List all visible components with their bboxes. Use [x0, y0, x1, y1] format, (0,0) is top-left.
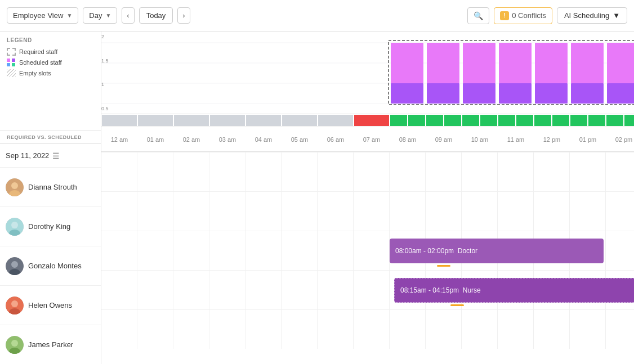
- shift-helen[interactable]: 08:15am - 04:15pm Nurse: [394, 278, 634, 303]
- slot-gonzalo-7: [354, 231, 390, 270]
- req-vs-sched-bar: [101, 114, 634, 127]
- slot-james-3: [209, 310, 245, 349]
- slot-james-6: [318, 310, 354, 349]
- conflicts-icon: !: [500, 11, 509, 20]
- slot-dorothy-12: [534, 192, 570, 231]
- slot-gonzalo-4: [245, 231, 282, 270]
- svg-rect-32: [427, 83, 459, 104]
- ai-scheduling-dropdown[interactable]: AI Scheduling ▼: [557, 7, 627, 24]
- conflicts-button[interactable]: ! 0 Conflicts: [494, 7, 552, 24]
- slot-dorothy-2: [173, 192, 209, 231]
- svg-point-4: [11, 222, 18, 228]
- slot-helen-5: [282, 271, 318, 309]
- time-12pm: 12 pm: [534, 136, 570, 143]
- emp-name-dianna: Dianna Strouth: [28, 183, 77, 191]
- legend-title: LEGEND: [7, 37, 94, 43]
- slot-dianna-13: [570, 152, 606, 191]
- slot-dorothy-4: [245, 192, 282, 231]
- search-button[interactable]: 🔍: [467, 7, 489, 24]
- chart-svg: [101, 32, 634, 114]
- req-vs-sched-text: REQUIRED VS. SCHEDULED: [7, 134, 82, 140]
- slot-dorothy-11: [498, 192, 534, 231]
- svg-rect-22: [499, 43, 532, 83]
- slot-james-7: [354, 310, 390, 349]
- slot-dianna-0: [101, 152, 137, 191]
- legend-scheduled-staff: Scheduled staff: [7, 59, 94, 66]
- emp-name-dorothy: Dorothy King: [28, 222, 70, 231]
- conflicts-count: 0 Conflicts: [512, 11, 546, 20]
- shift-gonzalo-role: Doctor: [458, 247, 477, 255]
- slot-james-12: [534, 310, 570, 349]
- shift-helen-indicator: [450, 304, 464, 306]
- employee-row-helen: Helen Owens: [0, 285, 101, 325]
- slot-james-1: [137, 310, 173, 349]
- left-panel: LEGEND Required staff Scheduled staff Em…: [0, 32, 101, 364]
- slot-dorothy-7: [354, 192, 390, 231]
- next-button[interactable]: ›: [177, 7, 190, 24]
- avatar-gonzalo: [6, 257, 24, 275]
- slot-dianna-14: [606, 152, 634, 191]
- employee-row-dianna: Dianna Strouth: [0, 167, 101, 206]
- time-05am: 05 am: [282, 136, 318, 143]
- slot-dorothy-8: [390, 192, 426, 231]
- svg-rect-20: [427, 43, 459, 83]
- ai-label: AI Scheduling: [564, 11, 609, 20]
- scrollable-content: 2 1.5 1 0.5: [101, 32, 634, 349]
- today-button[interactable]: Today: [139, 7, 173, 24]
- schedule-row-helen: 08:15am - 04:15pm Nurse: [101, 270, 634, 309]
- slot-gonzalo-14: [606, 231, 634, 270]
- date-header: Sep 11, 2022 ☰: [0, 143, 101, 167]
- view-label: Employee View: [13, 11, 63, 20]
- header: Employee View ▼ Day ▼ ‹ Today › 🔍 ! 0 Co…: [0, 0, 634, 32]
- legend-empty-slots: Empty slots: [7, 69, 94, 77]
- slot-dorothy-10: [462, 192, 498, 231]
- y-label-2: 2: [101, 34, 113, 39]
- schedule-row-gonzalo: 08:00am - 02:00pm Doctor: [101, 231, 634, 270]
- timeline-panel: 2 1.5 1 0.5: [101, 32, 634, 364]
- period-dropdown[interactable]: Day ▼: [83, 7, 117, 24]
- svg-rect-37: [607, 83, 634, 104]
- svg-rect-23: [535, 43, 568, 83]
- slot-james-5: [282, 310, 318, 349]
- slot-dianna-10: [462, 152, 498, 191]
- search-icon: 🔍: [474, 11, 483, 20]
- time-08am: 08 am: [390, 136, 426, 143]
- time-10am: 10 am: [462, 136, 498, 143]
- slot-dorothy-3: [209, 192, 245, 231]
- slot-dianna-7: [354, 152, 390, 191]
- svg-point-10: [11, 300, 18, 307]
- slot-james-2: [173, 310, 209, 349]
- main-area: LEGEND Required staff Scheduled staff Em…: [0, 32, 634, 364]
- employee-view-dropdown[interactable]: Employee View ▼: [7, 7, 78, 24]
- slot-gonzalo-5: [282, 231, 318, 270]
- slot-gonzalo-3: [209, 231, 245, 270]
- slot-helen-3: [209, 271, 245, 309]
- shift-gonzalo[interactable]: 08:00am - 02:00pm Doctor: [390, 239, 604, 263]
- shift-helen-time: 08:15am - 04:15pm: [400, 286, 459, 294]
- svg-rect-31: [391, 83, 423, 104]
- time-12am: 12 am: [101, 136, 137, 143]
- slot-dianna-8: [390, 152, 426, 191]
- slot-helen-0: [101, 271, 137, 309]
- legend-required-label: Required staff: [19, 48, 57, 55]
- emp-name-helen: Helen Owens: [28, 301, 72, 309]
- legend-required-staff: Required staff: [7, 48, 94, 56]
- slot-james-10: [462, 310, 498, 349]
- svg-rect-35: [535, 83, 568, 104]
- time-04am: 04 am: [245, 136, 282, 143]
- time-02am: 02 am: [173, 136, 209, 143]
- slot-dianna-6: [318, 152, 354, 191]
- prev-button[interactable]: ‹: [122, 7, 134, 24]
- legend-empty-label: Empty slots: [19, 70, 51, 77]
- slot-gonzalo-1: [137, 231, 173, 270]
- slot-dorothy-0: [101, 192, 137, 231]
- y-label-1: 1: [101, 82, 113, 87]
- chart-area: 2 1.5 1 0.5: [101, 32, 634, 114]
- calendar-icon[interactable]: ☰: [52, 151, 60, 160]
- slot-james-0: [101, 310, 137, 349]
- time-header: 12 am 01 am 02 am 03 am 04 am 05 am 06 a…: [101, 127, 634, 152]
- slot-james-13: [570, 310, 606, 349]
- slot-dianna-2: [173, 152, 209, 191]
- avatar-helen: [6, 296, 24, 314]
- hatch-icon: [7, 69, 16, 77]
